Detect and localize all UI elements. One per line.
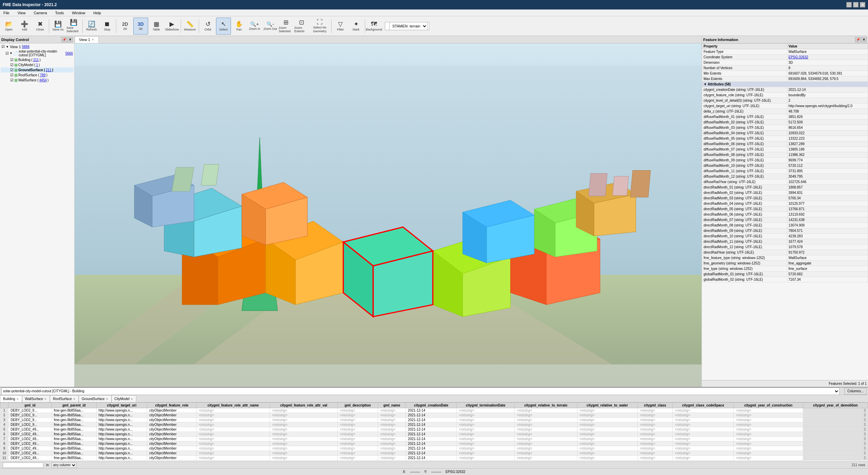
menu-help[interactable]: Help [91, 10, 103, 16]
search-input[interactable] [3, 462, 43, 468]
feature-info-close-btn[interactable]: ✕ [861, 37, 867, 42]
table-row[interactable]: 3DEBY_LOD2_9...fme-gen-8b856aa...http://… [0, 418, 868, 422]
file-checkbox[interactable]: ☑ [5, 51, 9, 56]
mark-button[interactable]: ✦ Mark [349, 18, 363, 35]
table-row[interactable]: 7DEBY_LOD2_49...fme-gen-8b856aa...http:/… [0, 437, 868, 441]
roof-checkbox[interactable]: ☑ [10, 73, 14, 77]
save-as-button[interactable]: 💾 Save As [51, 18, 65, 35]
filter-button[interactable]: ▽ Filter [333, 18, 348, 35]
save-selected-button[interactable]: 💾 Save Selected [66, 18, 81, 35]
table-tab-citymodel[interactable]: CityModel ✕ [112, 395, 136, 402]
tree-view1[interactable]: ☑ ▼ View 1 5666 [1, 44, 74, 49]
table-row: globalRadMonth_02 (string: UTF-16LE) 716… [702, 277, 868, 282]
tree-building[interactable]: ☑ ▦ Building ( 211 ) [1, 57, 74, 62]
table-row[interactable]: 10DEBY_LOD2_49...fme-gen-8b856aa...http:… [0, 451, 868, 456]
menu-view[interactable]: View [16, 10, 28, 16]
tree-file[interactable]: ☑ ▼ 📄 solar-potential-city-model-cutout … [1, 49, 74, 57]
wall-checkbox[interactable]: ☑ [10, 78, 14, 82]
zoom-in-button[interactable]: 🔍+ Zoom In [247, 18, 262, 35]
table-tab-roofsurface[interactable]: RoofSurface ✕ [50, 395, 79, 402]
building-checkbox[interactable]: ☑ [10, 58, 14, 62]
close-btn[interactable]: ✕ [860, 2, 865, 7]
table-row[interactable]: 2DEBY_LOD2_9...fme-gen-8b856aa...http://… [0, 413, 868, 418]
table-row[interactable]: 9DEBY_LOD2_49...fme-gen-8b856aa...http:/… [0, 446, 868, 451]
table-row: diffuseRadMonth_09 (string: UTF-16LE) 86… [702, 158, 868, 163]
search-column-select[interactable]: any column [52, 462, 77, 468]
tab-wall-close[interactable]: ✕ [44, 397, 47, 401]
select-no-geo-button[interactable]: ⛶ Select No Geometry [310, 18, 330, 35]
table-row: directRadMonth_04 (string: UTF-16LE) 101… [702, 201, 868, 206]
tab-roof-close[interactable]: ✕ [73, 397, 76, 401]
table-tab-wallsurface[interactable]: WallSurface ✕ [22, 395, 50, 402]
table-cell: fme-gen-8b856aa... [52, 437, 96, 441]
tree-wallsurface[interactable]: ☑ ▦ WallSurface ( 4454 ) [1, 78, 74, 83]
tree-groundsurface[interactable]: ☑ ▦ GroundSurface ( 211 ) [1, 67, 74, 73]
zoom-extents-button[interactable]: ⊡ Zoom Extents [294, 18, 309, 35]
menu-tools[interactable]: Tools [53, 10, 66, 16]
view1-checkbox[interactable]: ☑ [1, 44, 5, 49]
table-row[interactable]: 8DEBY_LOD2_49...fme-gen-8b856aa...http:/… [0, 441, 868, 446]
table-row[interactable]: 11DEBY_LOD2_49...fme-gen-8b856aa...http:… [0, 456, 868, 460]
stop-button[interactable]: ⏹ Stop [100, 18, 115, 35]
roof-count[interactable]: 789 [40, 73, 46, 77]
file-count[interactable]: 5666 [65, 52, 73, 55]
table-tab-building[interactable]: Building ✕ [0, 395, 22, 402]
tab-ground-close[interactable]: ✕ [106, 397, 108, 401]
select-no-geo-icon: ⛶ [317, 19, 323, 25]
wall-count[interactable]: 4454 [39, 78, 47, 82]
add-button[interactable]: ➕ Add [17, 18, 32, 35]
table-row[interactable]: 5DEBY_LOD2_49...fme-gen-8b856aa...http:/… [0, 427, 868, 432]
tree-citymodel[interactable]: ☑ ▦ CityModel ( 1 ) [1, 62, 74, 67]
table-button[interactable]: ▦ Table [149, 18, 164, 35]
panel-close-btn[interactable]: ✕ [67, 37, 73, 42]
3d-button[interactable]: 3D 3D [133, 18, 148, 35]
table-cell: <missing> [637, 441, 672, 446]
table-row[interactable]: 6DEBY_LOD2_49...fme-gen-8b856aa...http:/… [0, 432, 868, 437]
orbit-button[interactable]: ↺ Orbit [200, 18, 215, 35]
panel-pin-btn[interactable]: 📌 [61, 37, 67, 42]
info-scroll[interactable]: Property Value Feature Type WallSurface … [702, 43, 868, 380]
ground-checkbox[interactable]: ☑ [10, 68, 14, 72]
refresh-button[interactable]: 🔄 Refresh [84, 18, 99, 35]
table-selector-dropdown[interactable]: solar-potential-city-model-cutout [CITYG… [1, 388, 840, 395]
menu-file[interactable]: File [1, 10, 12, 16]
zoom-selected-button[interactable]: ⊞ Zoom Selected [278, 18, 293, 35]
tree-roofsurface[interactable]: ☑ ▦ RoofSurface ( 789 ) [1, 73, 74, 78]
close-button[interactable]: ✖ Close [33, 18, 47, 35]
building-count[interactable]: 211 [33, 58, 39, 62]
citymodel-checkbox[interactable]: ☑ [10, 63, 14, 67]
pan-button[interactable]: ✋ Pan [232, 18, 246, 35]
columns-button[interactable]: Columns... [844, 388, 867, 395]
maximize-btn[interactable]: □ [853, 2, 859, 7]
view1-count[interactable]: 5666 [22, 45, 29, 48]
attr-val-deltaz: 48.708 [787, 109, 868, 114]
epsg-link[interactable]: EPSG:32632 [789, 55, 808, 59]
view-tab-1-close[interactable]: ✕ [92, 38, 94, 41]
view-tab-1[interactable]: View 1 ✕ [75, 36, 99, 43]
menu-camera[interactable]: Camera [32, 10, 49, 16]
table-tab-groundsurface[interactable]: GroundSurface ✕ [79, 395, 112, 402]
slideshow-button[interactable]: ▶ Slideshow [164, 18, 179, 35]
select-button[interactable]: ↖ Select [216, 18, 231, 35]
tab-building-close[interactable]: ✕ [16, 397, 19, 401]
feature-info-pin-btn[interactable]: 📌 [855, 37, 861, 42]
table-cell: <missing> [338, 408, 378, 413]
terrain-selector[interactable]: STAMEN: terrain None OpenStreetMap [389, 22, 428, 30]
viewport-canvas[interactable] [75, 43, 702, 387]
measure-button[interactable]: 📏 Measure [182, 18, 197, 35]
citymodel-count[interactable]: 1 [36, 63, 38, 67]
background-button[interactable]: 🗺 Background [367, 18, 381, 35]
open-button[interactable]: 📂 Open [1, 18, 16, 35]
minimize-btn[interactable]: _ [846, 2, 852, 7]
table-row[interactable]: 1DEBY_LOD2_9...fme-gen-8b856aa...http://… [0, 408, 868, 413]
terrain-selector-wrap: STAMEN: terrain None OpenStreetMap [385, 22, 429, 30]
menu-window[interactable]: Window [70, 10, 87, 16]
table-cell: cityObjectMember [147, 441, 197, 446]
table-row[interactable]: 4DEBY_LOD2_9...fme-gen-8b856aa...http://… [0, 422, 868, 427]
prop-max-extents: Max Extents [702, 76, 787, 82]
data-table-area[interactable]: gml_id gml_parent_id citygml_target_uri … [0, 402, 868, 461]
tab-city-close[interactable]: ✕ [131, 397, 133, 401]
2d-button[interactable]: 2D 2D [118, 18, 133, 35]
zoom-out-button[interactable]: 🔍- Zoom Out [263, 18, 278, 35]
ground-count[interactable]: 211 [46, 68, 52, 72]
